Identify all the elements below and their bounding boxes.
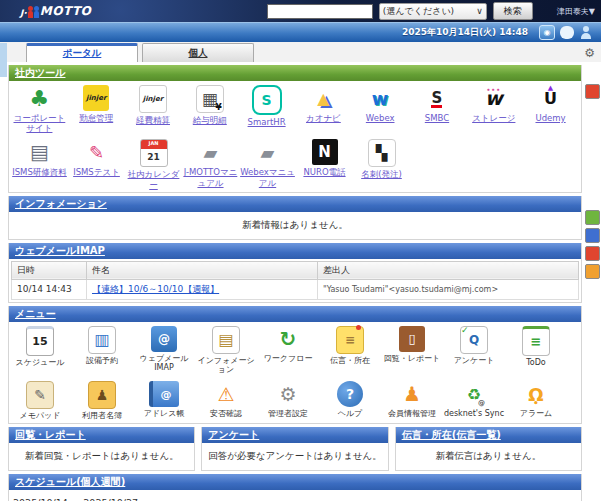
- tool-link[interactable]: カオナビ: [295, 85, 352, 123]
- safety-icon: [213, 381, 239, 407]
- column-header-sender[interactable]: 差出人: [318, 261, 579, 279]
- webmail-table: 日時 件名 差出人 10/14 14:43 【連絡】10/6～10/10【週報】: [11, 261, 579, 300]
- menu-item[interactable]: desknet's Sync: [443, 381, 505, 418]
- isms-test-icon: [84, 139, 110, 165]
- palette-swatch[interactable]: [585, 246, 600, 261]
- palette-swatch[interactable]: [585, 210, 600, 225]
- jmotto-logo[interactable]: J· MOTTO: [20, 4, 91, 18]
- circular-icon: [399, 326, 425, 352]
- menu-item[interactable]: アンケート: [443, 326, 505, 365]
- tool-link[interactable]: 社内カレンダー: [125, 139, 182, 189]
- tool-link[interactable]: NURO電話: [296, 139, 353, 177]
- message-icon: [336, 326, 364, 354]
- user-menu[interactable]: 津田泰夫▼: [557, 6, 595, 17]
- menu-item[interactable]: 設備予約: [71, 326, 133, 365]
- tool-label: Webexマニュアル: [239, 167, 296, 187]
- kaonavi-icon: [310, 85, 336, 111]
- mail-subject-link[interactable]: 【連絡】10/6～10/10【週報】: [92, 284, 219, 294]
- tools-row-2: ISMS研修資料 ISMSテスト 社内カレンダー: [9, 135, 581, 191]
- information-header[interactable]: インフォメーション: [9, 196, 581, 212]
- column-header-time[interactable]: 日時: [12, 261, 87, 279]
- logo-person-blue-icon: [34, 6, 39, 18]
- menu-item[interactable]: アドレス帳: [133, 381, 195, 418]
- menu-label: ワークフロー: [264, 354, 313, 363]
- menu-label: ヘルプ: [338, 409, 363, 418]
- tool-link[interactable]: ISMSテスト: [68, 139, 125, 177]
- tool-label: 名刺(発注): [361, 169, 402, 179]
- schedule-nav: ◀◀ ◀ 今日 ▶ ▶▶: [460, 494, 577, 501]
- tool-link[interactable]: Udemy: [522, 85, 579, 123]
- mail-row[interactable]: 10/14 14:43 【連絡】10/6～10/10【週報】 "Yasuo Ts…: [12, 279, 579, 299]
- panel-header[interactable]: 回覧・レポート: [9, 427, 194, 443]
- logo-text-prefix: J·: [20, 8, 27, 18]
- menu-label: 設備予約: [86, 356, 118, 365]
- panel-empty-message: 新着回覧・レポートはありません。: [9, 443, 194, 470]
- tool-link[interactable]: 経費精算: [125, 85, 182, 125]
- menu-item[interactable]: 管理者設定: [257, 381, 319, 418]
- tool-link[interactable]: Webexマニュアル: [239, 139, 296, 187]
- webmail-header[interactable]: ウェブメールIMAP: [9, 243, 581, 259]
- menu-item[interactable]: メモパッド: [9, 381, 71, 420]
- tab-personal[interactable]: 個人: [142, 43, 254, 62]
- tool-link[interactable]: SmartHR: [238, 85, 295, 127]
- tool-link[interactable]: Webex: [352, 85, 409, 123]
- menu-item[interactable]: ToDo: [505, 326, 567, 367]
- menu-item[interactable]: 利用者名簿: [71, 381, 133, 420]
- help-icon: [337, 381, 363, 407]
- isms-docs-icon: [27, 139, 53, 165]
- menu-item[interactable]: アラーム: [505, 381, 567, 418]
- tab-portal[interactable]: ポータル: [26, 43, 138, 62]
- clover-icon: [26, 85, 52, 111]
- menu-item[interactable]: 安否確認: [195, 381, 257, 418]
- tool-label: 経費精算: [136, 115, 170, 125]
- portal-settings-gear-icon[interactable]: ⚙: [584, 46, 595, 60]
- tool-link[interactable]: 勤怠管理: [68, 85, 125, 123]
- jinjer-keihi-icon: [139, 85, 167, 113]
- broadcast-icon[interactable]: ◉: [539, 25, 555, 40]
- company-calendar-icon: [140, 139, 168, 167]
- tool-link[interactable]: 名刺(発注): [353, 139, 410, 179]
- palette-swatch[interactable]: [585, 228, 600, 243]
- menu-header: メニュー: [9, 306, 581, 322]
- chat-bubble-icon[interactable]: [560, 26, 574, 39]
- panel-header[interactable]: アンケート: [202, 427, 387, 443]
- palette-swatch[interactable]: [585, 264, 600, 279]
- search-scope-select[interactable]: (選んでください) ∨: [379, 3, 487, 20]
- menu-label: 管理者設定: [268, 409, 308, 418]
- search-input[interactable]: [267, 4, 373, 19]
- menu-item[interactable]: インフォメーション: [195, 326, 257, 374]
- tool-link[interactable]: 給与明細: [181, 85, 238, 125]
- schedule-header[interactable]: スケジュール(個人週間): [9, 474, 581, 490]
- section-information: インフォメーション 新着情報はありません。: [8, 196, 582, 240]
- tool-link[interactable]: ISMS研修資料: [11, 139, 68, 177]
- tab-bar: ポータル 個人 ⚙: [0, 42, 601, 62]
- panel-header[interactable]: 伝言・所在(伝言一覧): [396, 427, 581, 443]
- menu-item[interactable]: 会員情報管理: [381, 381, 443, 418]
- tool-label: ISMSテスト: [73, 167, 120, 177]
- tool-label: J-MOTTOマニュアル: [182, 167, 239, 187]
- tool-link[interactable]: コーポレートサイト: [11, 85, 68, 133]
- palette-swatch[interactable]: [585, 84, 600, 99]
- presence-person-icon[interactable]: [579, 26, 593, 39]
- smbc-icon: [424, 85, 450, 111]
- menu-item[interactable]: ヘルプ: [319, 381, 381, 418]
- menu-item[interactable]: 伝言・所在: [319, 326, 381, 365]
- panel-empty-message: 回答が必要なアンケートはありません。: [202, 443, 387, 470]
- nuro-icon: [312, 139, 338, 165]
- company-tools-header: 社内ツール: [9, 65, 581, 81]
- status-panel: アンケート 回答が必要なアンケートはありません。: [201, 427, 388, 471]
- menu-item[interactable]: 回覧・レポート: [381, 326, 443, 363]
- menu-item[interactable]: ワークフロー: [257, 326, 319, 363]
- tool-link[interactable]: ストレージ: [465, 85, 522, 123]
- status-panel: 伝言・所在(伝言一覧) 新着伝言はありません。: [395, 427, 582, 471]
- column-header-subject[interactable]: 件名: [87, 261, 318, 279]
- admin-icon: [275, 381, 301, 407]
- menu-item[interactable]: スケジュール: [9, 326, 71, 367]
- menu-label: アンケート: [454, 356, 495, 365]
- tool-link[interactable]: SMBC: [409, 85, 466, 123]
- logo-text-main: MOTTO: [40, 4, 92, 18]
- search-button[interactable]: 検索: [493, 2, 533, 20]
- tool-label: 勤怠管理: [79, 113, 113, 123]
- menu-item[interactable]: ウェブメールIMAP: [133, 326, 195, 372]
- tool-link[interactable]: J-MOTTOマニュアル: [182, 139, 239, 187]
